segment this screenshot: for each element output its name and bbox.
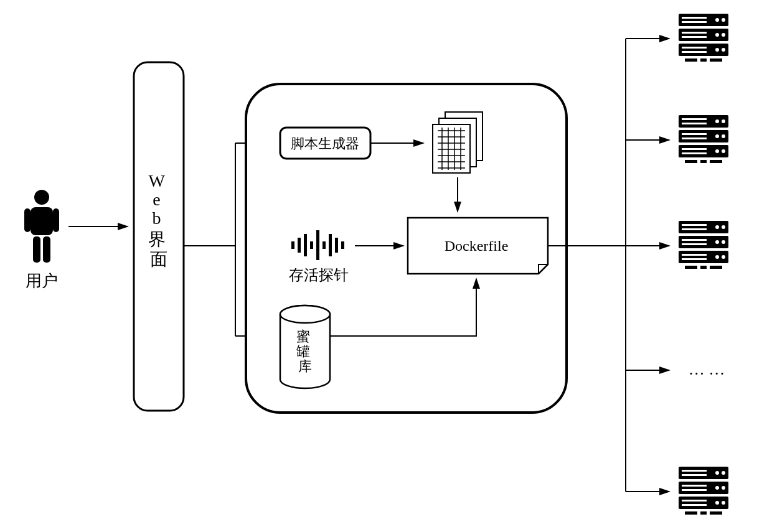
svg-point-18 [34, 190, 49, 205]
user-icon [24, 190, 59, 263]
user-label: 用户 [26, 272, 58, 290]
ellipsis-label: … … [689, 360, 725, 378]
svg-rect-45 [335, 238, 338, 253]
svg-point-48 [280, 306, 330, 323]
svg-rect-46 [341, 241, 344, 249]
server-icon-3 [679, 221, 728, 269]
dockerfile-label: Dockerfile [445, 238, 509, 254]
svg-rect-42 [316, 230, 319, 260]
svg-rect-39 [298, 238, 301, 253]
architecture-diagram: 用户 W e b 界 面 脚本生成器 [0, 0, 772, 532]
script-generator-label: 脚本生成器 [291, 136, 359, 151]
liveness-probe-label: 存活探针 [289, 267, 349, 283]
svg-rect-44 [329, 234, 332, 256]
svg-rect-40 [304, 234, 307, 256]
svg-rect-43 [322, 241, 326, 249]
svg-rect-41 [310, 241, 313, 249]
server-icon-2 [679, 115, 728, 163]
honeypot-library-label: 蜜 罐 库 [296, 329, 314, 374]
svg-rect-19 [31, 207, 53, 235]
svg-rect-26 [433, 124, 470, 173]
svg-rect-23 [43, 236, 50, 263]
svg-rect-38 [291, 241, 294, 249]
svg-rect-21 [53, 208, 59, 232]
server-icon-1 [679, 14, 728, 62]
svg-rect-20 [24, 208, 31, 232]
svg-rect-22 [33, 236, 40, 263]
documents-icon [433, 112, 482, 173]
server-icon-5 [679, 467, 728, 515]
